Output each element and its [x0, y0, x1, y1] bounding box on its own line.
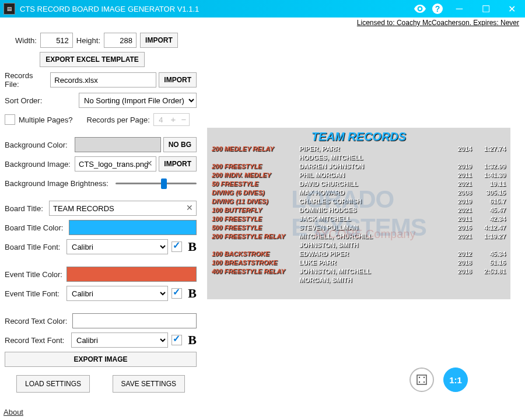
record-text-font-label: Record Text Font:	[5, 336, 68, 345]
preview-year: 2016	[446, 223, 472, 232]
fit-view-button[interactable]	[410, 368, 434, 392]
svg-rect-3	[417, 375, 426, 384]
preview-year: 2014	[446, 145, 472, 153]
rpp-plus-icon: +	[168, 114, 178, 125]
preview-event	[212, 241, 299, 250]
load-settings-button[interactable]: LOAD SETTINGS	[16, 375, 90, 393]
width-input[interactable]	[40, 33, 73, 48]
multiple-pages-checkbox[interactable]	[5, 114, 15, 125]
bold-icon: B	[188, 332, 197, 348]
preview-event: DIVING (11 DIVES)	[212, 197, 299, 206]
app-icon: ▤	[4, 3, 15, 15]
preview-event: 200 FREESTYLE RELAY	[212, 232, 299, 241]
multiple-pages-label: Multiple Pages?	[19, 116, 73, 124]
one-to-one-button[interactable]: 1:1	[443, 368, 468, 392]
record-text-bold-checkbox[interactable]	[172, 335, 182, 345]
svg-point-6	[419, 382, 420, 383]
bg-image-input[interactable]	[75, 156, 156, 172]
preview-name: PIPER, PARR	[299, 145, 446, 153]
preview-event: DIVING (6 DIVES)	[212, 188, 299, 197]
preview-time: 2:53.81	[472, 267, 506, 276]
preview-visibility-icon[interactable]	[411, 0, 429, 18]
height-input[interactable]	[104, 33, 136, 48]
height-label: Height:	[76, 36, 100, 45]
board-title-font-select[interactable]: Calibri	[66, 239, 168, 254]
preview-name: HODGES, MITCHELL	[299, 153, 446, 162]
preview-year: 2021	[446, 180, 472, 188]
event-title-color-label: Event Title Color:	[5, 270, 63, 279]
record-text-color-swatch[interactable]	[72, 313, 197, 328]
preview-year: 2008	[446, 188, 472, 197]
preview-time: 615.7	[472, 197, 506, 206]
preview-time: 42.34	[472, 215, 506, 223]
preview-event: 100 FREESTYLE	[212, 215, 299, 223]
preview-title: TEAM RECORDS	[207, 128, 510, 144]
records-per-page-label: Records per Page:	[87, 116, 150, 124]
event-title-font-label: Event Title Font:	[5, 289, 63, 298]
board-title-bold-checkbox[interactable]	[172, 242, 182, 252]
titlebar: ▤ CTS RECORD BOARD IMAGE GENERATOR V1.1.…	[0, 0, 525, 18]
board-title-font-label: Board Title Font:	[5, 243, 63, 251]
sort-order-select[interactable]: No Sorting (Import File Order)	[79, 93, 197, 108]
event-title-bold-checkbox[interactable]	[172, 288, 182, 299]
bg-image-label: Background Image:	[5, 160, 71, 169]
preview-year	[446, 276, 472, 285]
preview-event	[212, 153, 299, 162]
preview-event: 400 FREESTYLE RELAY	[212, 267, 299, 276]
board-title-input[interactable]	[49, 201, 197, 216]
preview-name: EDWARD PIPER	[299, 250, 446, 258]
preview-row: MORGAN, SMITH	[212, 276, 506, 285]
board-title-color-swatch[interactable]	[69, 220, 197, 235]
export-excel-template-button[interactable]: EXPORT EXCEL TEMPLATE	[40, 52, 145, 67]
records-file-input[interactable]	[50, 72, 156, 88]
board-title-clear-icon[interactable]: ✕	[186, 203, 193, 212]
preview-year	[446, 153, 472, 162]
preview-name: JOHNSTON, SMITH	[299, 241, 446, 250]
preview-name: LUKE PARR	[299, 258, 446, 267]
maximize-button[interactable]: ☐	[473, 0, 499, 18]
preview-row: 200 FREESTYLEDARREN JOHNSTON20191:32.99	[212, 162, 506, 171]
brightness-label: Background Image Brightness:	[5, 179, 108, 188]
preview-year: 2011	[446, 171, 472, 180]
svg-point-4	[419, 377, 420, 378]
preview-row: 100 BACKSTROKEEDWARD PIPER201245.34	[212, 250, 506, 258]
preview-event: 500 FREESTYLE	[212, 223, 299, 232]
board-title-label: Board Title:	[5, 204, 46, 213]
preview-year: 2011	[446, 215, 472, 223]
preview-time: 1:32.99	[472, 162, 506, 171]
preview-time	[472, 153, 506, 162]
preview-year: 2021	[446, 206, 472, 215]
save-settings-button[interactable]: SAVE SETTINGS	[113, 375, 185, 393]
preview-year: 2021	[446, 232, 472, 241]
preview-time	[472, 241, 506, 250]
record-text-color-label: Record Text Color:	[5, 317, 69, 326]
preview-row: HODGES, MITCHELL	[212, 153, 506, 162]
event-title-color-swatch[interactable]	[66, 267, 197, 282]
export-image-button[interactable]: EXPORT IMAGE	[5, 352, 197, 367]
preview-year: 2018	[446, 258, 472, 267]
preview-event: 50 FREESTYLE	[212, 180, 299, 188]
brightness-slider[interactable]	[116, 177, 197, 189]
preview-name: JOHNSTON, MITCHELL	[299, 267, 446, 276]
app-title: CTS RECORD BOARD IMAGE GENERATOR V1.1.1	[20, 5, 411, 13]
minimize-button[interactable]: ─	[446, 0, 473, 18]
record-text-font-select[interactable]: Calibri	[71, 332, 168, 348]
preview-name: PHIL MORGAN	[299, 171, 446, 180]
import-dims-button[interactable]: IMPORT	[140, 33, 178, 48]
bg-image-import-button[interactable]: IMPORT	[159, 156, 197, 172]
sort-order-label: Sort Order:	[5, 96, 48, 105]
bg-color-swatch[interactable]	[75, 137, 161, 152]
bg-image-clear-icon[interactable]: ✕	[146, 159, 153, 168]
about-link[interactable]: About	[4, 408, 23, 416]
preview-year: 2018	[446, 267, 472, 276]
preview-row: JOHNSTON, SMITH	[212, 241, 506, 250]
help-icon[interactable]: ?	[429, 0, 446, 18]
preview-time: 1:19.27	[472, 232, 506, 241]
records-import-button[interactable]: IMPORT	[159, 72, 197, 88]
preview-row: 200 MEDLEY RELAYPIPER, PARR20141:27.74	[212, 145, 506, 153]
event-title-font-select[interactable]: Calibri	[66, 286, 168, 301]
close-button[interactable]: ✕	[499, 0, 525, 18]
preview-event: 100 BREASTSTROKE	[212, 258, 299, 267]
no-bg-button[interactable]: NO BG	[163, 137, 197, 152]
license-text: Licensed to: Coachy McCoacherson. Expire…	[0, 18, 525, 29]
